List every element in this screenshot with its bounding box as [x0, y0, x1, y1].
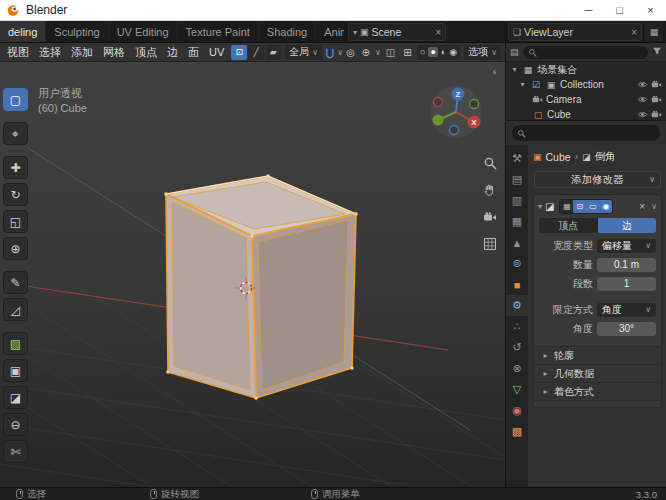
properties-tab-modifiers[interactable]: ⚙ — [506, 295, 528, 316]
tool-annotate[interactable]: ✎ — [3, 271, 28, 294]
width-type-dropdown[interactable]: 偏移量 ∨ — [597, 239, 656, 253]
properties-tab-object[interactable]: ■ — [506, 274, 528, 295]
vertices-tab[interactable]: 顶点 — [539, 218, 598, 233]
menu-add[interactable]: 添加 — [66, 43, 98, 62]
vertex-mode-button[interactable]: ⊡ — [231, 45, 247, 60]
camera-view-button[interactable] — [481, 208, 499, 226]
tool-add-cube[interactable]: ▧ — [3, 332, 28, 355]
scene-unlink-icon[interactable]: × — [435, 27, 441, 38]
limit-method-dropdown[interactable]: 角度 ∨ — [597, 303, 656, 317]
overlays-icon[interactable]: ◫ — [383, 47, 398, 58]
outliner-search-input[interactable] — [540, 47, 643, 57]
tool-scale[interactable]: ◱ — [3, 210, 28, 233]
workspace-tab-shading[interactable]: Shading — [259, 21, 316, 42]
hide-eye-icon[interactable] — [637, 109, 648, 120]
shading-material-icon[interactable]: ◐ — [441, 47, 446, 57]
tool-loop-cut[interactable]: ⊖ — [3, 413, 28, 436]
gizmo-neg-z-ball[interactable] — [450, 126, 459, 135]
hide-eye-icon[interactable] — [637, 94, 648, 105]
edge-mode-button[interactable]: ╱ — [248, 45, 264, 60]
scene-browse-icon[interactable]: ▾ — [353, 28, 357, 37]
expand-icon[interactable]: ▾ — [518, 80, 527, 89]
tool-rotate[interactable]: ↻ — [3, 183, 28, 206]
zoom-button[interactable] — [481, 154, 499, 172]
subpanel-shading[interactable]: ▸ 着色方式 — [534, 382, 661, 400]
menu-select[interactable]: 选择 — [34, 43, 66, 62]
properties-tab-physics[interactable]: ↺ — [506, 337, 528, 358]
tool-cursor[interactable]: ⌖ — [3, 122, 28, 145]
outliner-search-box[interactable] — [523, 46, 648, 59]
shading-rendered-icon[interactable]: ◉ — [449, 47, 457, 57]
realtime-toggle[interactable]: ▭ — [586, 200, 599, 213]
tool-knife[interactable]: ✄ — [3, 440, 28, 463]
viewlayer-remove-icon[interactable]: × — [631, 27, 637, 38]
collapse-icon[interactable]: ▾ — [538, 202, 542, 211]
tool-transform[interactable]: ⊕ — [3, 237, 28, 260]
workspace-tab-modeling[interactable]: deling — [0, 21, 46, 42]
menu-vertex[interactable]: 顶点 — [130, 43, 162, 62]
breadcrumb-object[interactable]: Cube — [546, 151, 571, 163]
gizmo-neg-y-ball[interactable] — [470, 100, 479, 109]
workspace-tab-uv-editing[interactable]: UV Editing — [109, 21, 178, 42]
navigation-gizmo[interactable]: Z X — [428, 84, 484, 140]
properties-tab-output[interactable]: ▥ — [506, 190, 528, 211]
angle-field[interactable]: 30° — [597, 322, 656, 336]
amount-field[interactable]: 0.1 m — [597, 258, 656, 272]
minimize-button[interactable]: ─ — [573, 0, 604, 20]
properties-tab-view-layer[interactable]: ▦ — [506, 211, 528, 232]
gizmo-dropdown-icon[interactable]: ∨ — [375, 48, 381, 57]
properties-tab-render[interactable]: ▤ — [506, 169, 528, 190]
segments-field[interactable]: 1 — [597, 277, 656, 291]
disable-render-icon[interactable] — [651, 79, 662, 90]
properties-tab-material[interactable]: ◉ — [506, 400, 528, 421]
on-cage-toggle[interactable]: ▦ — [560, 200, 573, 213]
disable-render-icon[interactable] — [651, 109, 662, 120]
breadcrumb-modifier[interactable]: 倒角 — [594, 150, 615, 164]
close-button[interactable]: × — [635, 0, 666, 20]
menu-mesh[interactable]: 网格 — [98, 43, 130, 62]
gizmo-toggle-icon[interactable]: ⊕ — [358, 47, 373, 58]
outliner-row-scene-collection[interactable]: ▾ ▦ 场景集合 — [506, 62, 666, 77]
checkbox-icon[interactable]: ☑ — [530, 80, 542, 90]
cube-mesh[interactable] — [164, 174, 358, 400]
subpanel-profile[interactable]: ▸ 轮廓 — [534, 346, 661, 364]
modifier-extras-icon[interactable]: ∨ — [651, 202, 657, 211]
sidebar-toggle-arrow[interactable]: ‹ — [493, 66, 496, 77]
properties-tab-object-data[interactable]: ▽ — [506, 379, 528, 400]
tool-tweak-select[interactable]: ▢ — [3, 88, 28, 111]
viewlayer-extra-button[interactable]: ▦ — [645, 23, 663, 41]
transform-orientation-dropdown[interactable]: 全局 ∨ — [285, 45, 322, 60]
edges-tab[interactable]: 边 — [598, 218, 657, 233]
outliner-row-cube[interactable]: ▢ Cube — [506, 107, 666, 120]
properties-tab-particles[interactable]: ∴ — [506, 316, 528, 337]
workspace-tab-animation[interactable]: Animation — [316, 21, 344, 42]
remove-modifier-button[interactable]: × — [639, 201, 645, 212]
properties-search-input[interactable] — [529, 128, 655, 138]
add-modifier-button[interactable]: 添加修改器 ∨ — [534, 171, 661, 188]
pan-button[interactable] — [481, 181, 499, 199]
menu-face[interactable]: 面 — [183, 43, 204, 62]
shading-wireframe-icon[interactable]: ○ — [420, 47, 425, 57]
menu-edge[interactable]: 边 — [162, 43, 183, 62]
disable-render-icon[interactable] — [651, 94, 662, 105]
shading-solid-icon[interactable]: ● — [428, 47, 437, 57]
workspace-tab-texture-paint[interactable]: Texture Paint — [178, 21, 259, 42]
properties-tab-constraints[interactable]: ⊗ — [506, 358, 528, 379]
workspace-tab-sculpting[interactable]: Sculpting — [46, 21, 108, 42]
outliner-row-camera[interactable]: Camera — [506, 92, 666, 107]
menu-uv[interactable]: UV — [204, 43, 229, 62]
outliner-row-collection[interactable]: ▾ ☑ ▣ Collection — [506, 77, 666, 92]
filter-button[interactable] — [652, 46, 662, 58]
properties-tab-texture[interactable]: ▩ — [506, 421, 528, 442]
expand-icon[interactable]: ▾ — [510, 65, 519, 74]
properties-search-box[interactable] — [512, 125, 660, 141]
render-toggle[interactable]: ◉ — [599, 200, 612, 213]
tool-move[interactable]: ✚ — [3, 156, 28, 179]
tool-bevel[interactable]: ◪ — [3, 386, 28, 409]
edit-mode-toggle[interactable]: ⊡ — [573, 200, 586, 213]
subpanel-geometry[interactable]: ▸ 几何数据 — [534, 364, 661, 382]
proportional-editing-icon[interactable]: ◎ — [343, 47, 358, 58]
3d-viewport[interactable]: 用户透视 (60) Cube ▢ ⌖ ✚ ↻ ◱ ⊕ ✎ ◿ ▧ ▣ ◪ ⊖ ✄ — [0, 62, 505, 487]
properties-tab-tool[interactable]: ⚒ — [506, 148, 528, 169]
gizmo-y-ball[interactable] — [433, 115, 444, 126]
